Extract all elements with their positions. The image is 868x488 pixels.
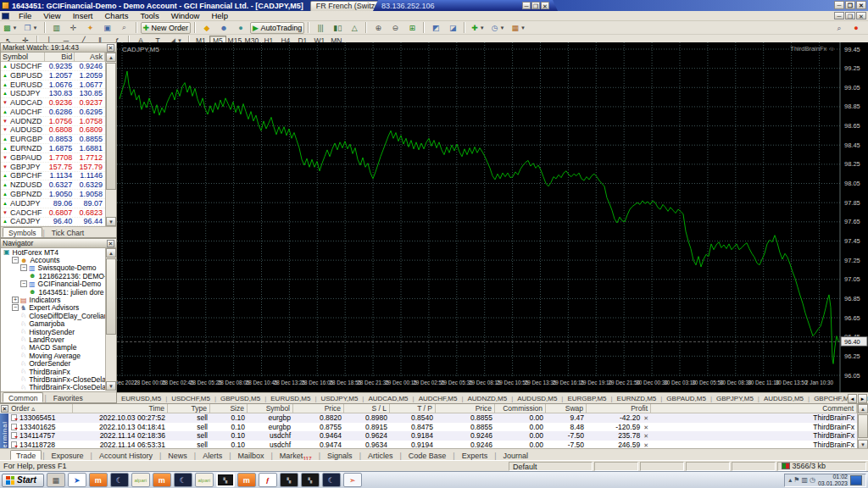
taskbar-moon-app-3-icon[interactable]: ☾ bbox=[322, 473, 341, 487]
order-row-134114757[interactable]: 1341147572022.11.14 02:18:36sell0.10usdc… bbox=[8, 431, 857, 441]
navigator-item[interactable]: ♘ThirdBrainFx bbox=[1, 368, 105, 375]
line-chart-button[interactable]: △ bbox=[347, 22, 362, 34]
zoom-in-button[interactable]: ⊕ bbox=[370, 22, 386, 34]
status-profile[interactable]: Default bbox=[509, 462, 593, 471]
terminal-toggle[interactable]: ▣ bbox=[100, 22, 115, 34]
experts-dialog-button[interactable]: ☻ bbox=[216, 22, 231, 34]
close-order-icon[interactable]: ✕ bbox=[643, 433, 648, 439]
navigator-item[interactable]: −☻Accounts bbox=[1, 256, 105, 263]
profiles-button[interactable]: ❐▼ bbox=[21, 22, 40, 34]
navigator-item[interactable]: −▥GCIFinancial-Demo bbox=[1, 280, 105, 288]
terminal-tab-trade[interactable]: Trade bbox=[10, 450, 42, 460]
window-close-button[interactable]: ✕ bbox=[856, 1, 866, 9]
symbol-row-eurusd[interactable]: ▲EURUSD1.06761.0677 bbox=[1, 80, 105, 90]
symbol-row-audusd[interactable]: ▼AUDUSD0.68080.6809 bbox=[1, 126, 105, 136]
terminal-tab-code-base[interactable]: Code Base bbox=[403, 450, 453, 460]
navigator-item[interactable]: ▣HotForex MT4 bbox=[1, 248, 105, 256]
column-header-sl[interactable]: S / L bbox=[344, 404, 390, 413]
new-chart-button[interactable]: ▩▼ bbox=[1, 22, 19, 34]
tree-expander-icon[interactable]: − bbox=[12, 257, 19, 263]
symbol-row-audchf[interactable]: ▲AUDCHF0.62860.6295 bbox=[1, 108, 105, 117]
chart-tabs-scroll-left-icon[interactable]: ◂ bbox=[848, 394, 857, 403]
data-window-toggle[interactable]: ✛ bbox=[66, 22, 81, 34]
menu-insert[interactable]: Insert bbox=[67, 11, 99, 20]
terminal-tab-experts[interactable]: Experts bbox=[456, 450, 494, 460]
terminal-tab-articles[interactable]: Articles bbox=[362, 450, 399, 460]
chart-tab-audchf-m5[interactable]: AUDCHF,M5 bbox=[415, 395, 462, 402]
column-header-price[interactable]: Price bbox=[293, 404, 344, 413]
order-row-133401625[interactable]: 1334016252022.10.13 04:18:41sell0.10eurg… bbox=[8, 423, 857, 432]
autotrading-button[interactable]: ▶ AutoTrading bbox=[250, 22, 304, 34]
column-header-symbol[interactable]: Symbol bbox=[248, 404, 293, 413]
navigator-close-icon[interactable]: ✕ bbox=[107, 240, 114, 247]
symbol-row-gbpjpy[interactable]: ▼GBPJPY157.75157.79 bbox=[1, 163, 105, 172]
symbol-row-nzdusd[interactable]: ▲NZDUSD0.63270.6329 bbox=[1, 180, 105, 190]
navigator-item[interactable]: −▥Swissquote-Demo bbox=[1, 264, 105, 272]
arrange-windows-button[interactable]: ◩ bbox=[428, 22, 443, 34]
chart-tab-eurusd-m5[interactable]: EURUSD,M5 bbox=[266, 395, 314, 402]
chart-tab-audnzd-m5[interactable]: AUDNZD,M5 bbox=[463, 395, 511, 402]
symbol-row-usdchf[interactable]: ▲USDCHF0.92350.9246 bbox=[1, 62, 105, 71]
tree-expander-icon[interactable]: + bbox=[12, 297, 19, 303]
chart-tab-audcad-m5[interactable]: AUDCAD,M5 bbox=[364, 395, 412, 402]
chart-tab-audusd-m5[interactable]: AUDUSD,M5 bbox=[760, 395, 808, 402]
symbol-row-eurnzd[interactable]: ▲EURNZD1.68751.6881 bbox=[1, 144, 105, 153]
close-order-icon[interactable]: ✕ bbox=[643, 442, 648, 448]
symbol-row-gbpusd[interactable]: ▲GBPUSD1.20571.2059 bbox=[1, 71, 105, 80]
zoom-out-button[interactable]: ⊖ bbox=[387, 22, 403, 34]
menu-charts[interactable]: Charts bbox=[99, 11, 135, 20]
tray-icon-1[interactable]: ⚑ bbox=[793, 476, 799, 484]
rdp-minimize-button[interactable]: ─ bbox=[522, 2, 531, 9]
strategy-tester-toggle[interactable]: ⌕ bbox=[117, 22, 132, 34]
column-header-commission[interactable]: Commission bbox=[495, 404, 546, 413]
chart-tab-eurusd-m5[interactable]: EURUSD,M5 bbox=[117, 395, 165, 402]
navigator-item[interactable]: −♞Expert Advisors bbox=[1, 304, 105, 312]
indicators-menu-button[interactable]: ✚▼ bbox=[469, 22, 487, 34]
navigator-toggle[interactable]: ✦ bbox=[83, 22, 98, 34]
column-header-swap[interactable]: Swap bbox=[546, 404, 587, 413]
rdp-close-button[interactable]: ✕ bbox=[541, 2, 549, 9]
symbol-row-audjpy[interactable]: ▲AUDJPY89.0689.07 bbox=[1, 199, 105, 208]
market-watch-toggle[interactable]: ▥ bbox=[49, 22, 64, 34]
chart-tab-usdjpy-m5[interactable]: USDJPY,M5 bbox=[316, 395, 362, 402]
terminal-tab-signals[interactable]: Signals bbox=[321, 450, 359, 460]
navigator-item[interactable]: ♘Moving Average bbox=[1, 352, 105, 359]
navigator-scrollbar[interactable]: ▲ ▼ bbox=[105, 248, 116, 391]
chart-tab-audusd-m5[interactable]: AUDUSD,M5 bbox=[513, 395, 561, 402]
navigator-item[interactable]: ♘HistorySender bbox=[1, 328, 105, 336]
market-watch-tab-tick-chart[interactable]: Tick Chart bbox=[46, 227, 90, 237]
symbol-row-cadchf[interactable]: ▼CADCHF0.68070.6823 bbox=[1, 208, 105, 218]
column-header-price2[interactable]: Price bbox=[436, 404, 495, 413]
window-restore-button[interactable]: ❐ bbox=[845, 1, 855, 9]
taskbar-moon-app-2-icon[interactable]: ☾ bbox=[174, 473, 192, 487]
chart-tab-gbpusd-m5[interactable]: GBPUSD,M5 bbox=[216, 395, 264, 402]
menu-view[interactable]: View bbox=[37, 11, 66, 20]
symbol-row-eurgbp[interactable]: ▲EURGBP0.88530.8855 bbox=[1, 135, 105, 144]
terminal-tab-market[interactable]: Market117 bbox=[274, 450, 318, 460]
chart-tab-eurnzd-m5[interactable]: EURNZD,M5 bbox=[613, 395, 661, 402]
taskbar-black-app-3-icon[interactable]: ▚ bbox=[301, 473, 320, 487]
tile-windows-button[interactable]: ⊞ bbox=[404, 22, 420, 34]
window-minimize-button[interactable]: ─ bbox=[834, 1, 844, 9]
chart-close-button[interactable]: ✕ bbox=[856, 12, 866, 19]
order-row-133065451[interactable]: 1330654512022.10.03 00:27:52sell0.10eurg… bbox=[8, 413, 857, 423]
navigator-item[interactable]: ☻1643451: julien dore bbox=[1, 288, 105, 296]
taskbar-black-app-active-icon[interactable]: ▚ bbox=[216, 473, 235, 487]
symbol-row-gbpaud[interactable]: ▼GBPAUD1.77081.7712 bbox=[1, 153, 105, 163]
start-button[interactable]: Start bbox=[2, 474, 44, 487]
cascade-windows-button[interactable]: ◪ bbox=[445, 22, 460, 34]
navigator-item[interactable]: ♘LandRover bbox=[1, 336, 105, 343]
live-update-button[interactable]: ● bbox=[849, 22, 864, 34]
navigator-item[interactable]: ♘MACD Sample bbox=[1, 344, 105, 352]
tray-icon-3[interactable]: ◷ bbox=[810, 476, 815, 484]
column-header-order[interactable]: Order ▵ bbox=[8, 404, 73, 413]
menu-window[interactable]: Window bbox=[165, 11, 206, 20]
symbol-row-audnzd[interactable]: ▼AUDNZD1.07561.0758 bbox=[1, 117, 105, 126]
symbol-row-gbpchf[interactable]: ▲GBPCHF1.11341.1146 bbox=[1, 172, 105, 181]
tray-icon-0[interactable]: ▴ bbox=[788, 476, 792, 484]
taskbar-mt4-app-2-icon[interactable]: m bbox=[153, 473, 171, 487]
chart-restore-button[interactable]: ❐ bbox=[845, 12, 855, 19]
taskbar-alpari-app-2-icon[interactable]: alpari bbox=[195, 473, 214, 487]
terminal-tab-journal[interactable]: Journal bbox=[498, 450, 535, 460]
navigator-item[interactable]: ♘ThirdBrainFx-CloseDelay2n-Hours bbox=[1, 375, 105, 383]
